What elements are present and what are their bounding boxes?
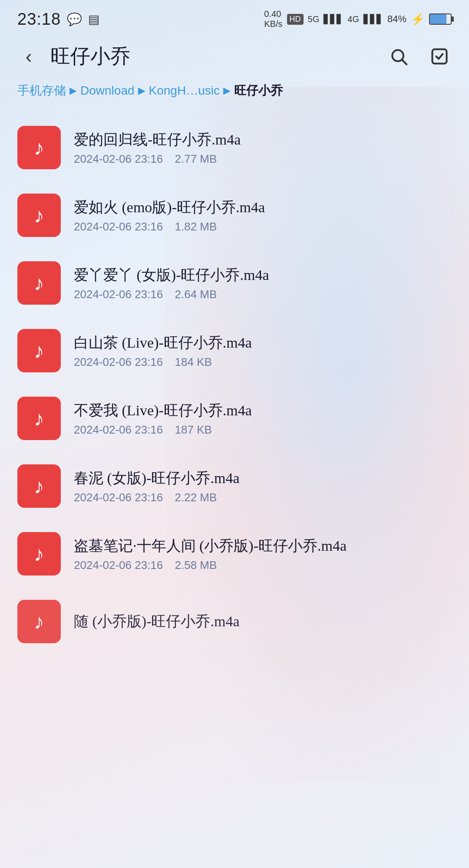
- file-icon-3: ♪: [17, 329, 61, 372]
- list-item[interactable]: ♪ 爱丫爱丫 (女版)-旺仔小乔.m4a 2024-02-06 23:16 2.…: [0, 249, 469, 317]
- file-date-1: 2024-02-06 23:16: [74, 220, 163, 233]
- breadcrumb-phone-storage[interactable]: 手机存储: [17, 82, 66, 99]
- file-icon-0: ♪: [17, 126, 61, 169]
- breadcrumb-sep-2: ▶: [138, 85, 145, 96]
- list-item[interactable]: ♪ 随 (小乔版)-旺仔小乔.m4a: [0, 588, 469, 655]
- signal-bars-2: ▋▋▋: [363, 14, 383, 24]
- file-size-3: 184 KB: [175, 355, 212, 368]
- file-size-5: 2.22 MB: [175, 491, 217, 504]
- file-meta-5: 2024-02-06 23:16 2.22 MB: [74, 491, 452, 504]
- status-bar: 23:18 💬 ▤ 0.40KB/s HD 5G ▋▋▋ 4G ▋▋▋ 84% …: [0, 0, 469, 35]
- file-meta-1: 2024-02-06 23:16 1.82 MB: [74, 220, 452, 233]
- search-icon: [389, 47, 408, 66]
- file-icon-6: ♪: [17, 532, 61, 575]
- file-info-6: 盗墓笔记·十年人间 (小乔版)-旺仔小乔.m4a 2024-02-06 23:1…: [74, 536, 452, 572]
- breadcrumb-sep-1: ▶: [69, 85, 77, 96]
- file-date-3: 2024-02-06 23:16: [74, 355, 163, 368]
- wechat-icon: 💬: [67, 12, 82, 26]
- file-info-0: 爱的回归线-旺仔小乔.m4a 2024-02-06 23:16 2.77 MB: [74, 129, 452, 166]
- file-name-3: 白山茶 (Live)-旺仔小乔.m4a: [74, 332, 452, 353]
- file-info-1: 爱如火 (emo版)-旺仔小乔.m4a 2024-02-06 23:16 1.8…: [74, 197, 452, 234]
- file-name-5: 春泥 (女版)-旺仔小乔.m4a: [74, 468, 452, 489]
- status-right: 0.40KB/s HD 5G ▋▋▋ 4G ▋▋▋ 84% ⚡: [264, 9, 452, 29]
- music-note-icon: ♪: [34, 542, 44, 566]
- status-left: 23:18 💬 ▤: [17, 10, 99, 29]
- breadcrumb-sep-3: ▶: [223, 85, 231, 96]
- file-icon-1: ♪: [17, 194, 61, 237]
- file-date-4: 2024-02-06 23:16: [74, 423, 163, 436]
- file-name-4: 不爱我 (Live)-旺仔小乔.m4a: [74, 400, 452, 421]
- file-info-3: 白山茶 (Live)-旺仔小乔.m4a 2024-02-06 23:16 184…: [74, 332, 452, 369]
- file-date-6: 2024-02-06 23:16: [74, 559, 163, 572]
- file-icon-2: ♪: [17, 261, 61, 305]
- file-meta-6: 2024-02-06 23:16 2.58 MB: [74, 559, 452, 572]
- file-size-4: 187 KB: [175, 423, 212, 436]
- file-info-4: 不爱我 (Live)-旺仔小乔.m4a 2024-02-06 23:16 187…: [74, 400, 452, 437]
- file-name-6: 盗墓笔记·十年人间 (小乔版)-旺仔小乔.m4a: [74, 536, 452, 556]
- file-name-2: 爱丫爱丫 (女版)-旺仔小乔.m4a: [74, 265, 452, 286]
- file-meta-3: 2024-02-06 23:16 184 KB: [74, 355, 452, 369]
- file-info-2: 爱丫爱丫 (女版)-旺仔小乔.m4a 2024-02-06 23:16 2.64…: [74, 265, 452, 302]
- file-size-1: 1.82 MB: [175, 220, 217, 233]
- music-note-icon: ♪: [34, 204, 44, 227]
- file-name-0: 爱的回归线-旺仔小乔.m4a: [74, 129, 452, 150]
- music-note-icon: ♪: [34, 136, 44, 160]
- list-item[interactable]: ♪ 盗墓笔记·十年人间 (小乔版)-旺仔小乔.m4a 2024-02-06 23…: [0, 520, 469, 588]
- svg-line-1: [402, 60, 406, 64]
- file-meta-2: 2024-02-06 23:16 2.64 MB: [74, 288, 452, 301]
- music-note-icon: ♪: [34, 407, 44, 431]
- breadcrumb-kongmusic[interactable]: KongH…usic: [149, 84, 220, 98]
- back-icon: ‹: [26, 46, 32, 67]
- list-item[interactable]: ♪ 白山茶 (Live)-旺仔小乔.m4a 2024-02-06 23:16 1…: [0, 317, 469, 385]
- toolbar: ‹ 旺仔小乔: [0, 35, 469, 78]
- back-button[interactable]: ‹: [16, 43, 42, 69]
- signal-bars: ▋▋▋: [324, 14, 343, 24]
- 5g-badge: 5G: [308, 14, 320, 24]
- list-item[interactable]: ♪ 春泥 (女版)-旺仔小乔.m4a 2024-02-06 23:16 2.22…: [0, 452, 469, 520]
- checklist-button[interactable]: [426, 43, 453, 70]
- status-time: 23:18: [17, 10, 61, 29]
- breadcrumb-download[interactable]: Download: [80, 84, 135, 98]
- file-info-7: 随 (小乔版)-旺仔小乔.m4a: [74, 611, 452, 632]
- file-icon-4: ♪: [17, 397, 61, 440]
- file-size-6: 2.58 MB: [175, 559, 217, 572]
- music-note-icon: ♪: [34, 610, 44, 634]
- file-meta-4: 2024-02-06 23:16 187 KB: [74, 423, 452, 437]
- page-title: 旺仔小乔: [50, 43, 385, 70]
- list-item[interactable]: ♪ 不爱我 (Live)-旺仔小乔.m4a 2024-02-06 23:16 1…: [0, 385, 469, 452]
- file-list: ♪ 爱的回归线-旺仔小乔.m4a 2024-02-06 23:16 2.77 M…: [0, 109, 469, 660]
- toolbar-actions: [385, 43, 453, 70]
- file-size-0: 2.77 MB: [175, 152, 217, 165]
- file-icon-7: ♪: [17, 600, 61, 643]
- file-meta-0: 2024-02-06 23:16 2.77 MB: [74, 152, 452, 166]
- battery-percent: 84%: [387, 13, 406, 25]
- music-note-icon: ♪: [34, 474, 44, 498]
- svg-rect-2: [433, 49, 447, 64]
- file-date-0: 2024-02-06 23:16: [74, 152, 163, 165]
- file-date-5: 2024-02-06 23:16: [74, 491, 163, 504]
- file-info-5: 春泥 (女版)-旺仔小乔.m4a 2024-02-06 23:16 2.22 M…: [74, 468, 452, 505]
- file-name-1: 爱如火 (emo版)-旺仔小乔.m4a: [74, 197, 452, 218]
- file-icon-5: ♪: [17, 464, 61, 508]
- file-size-2: 2.64 MB: [175, 288, 217, 301]
- file-name-7: 随 (小乔版)-旺仔小乔.m4a: [74, 611, 452, 632]
- checklist-icon: [430, 47, 449, 66]
- music-note-icon: ♪: [34, 271, 44, 295]
- list-item[interactable]: ♪ 爱的回归线-旺仔小乔.m4a 2024-02-06 23:16 2.77 M…: [0, 114, 469, 181]
- lightning-icon: ⚡: [411, 13, 425, 26]
- breadcrumb: 手机存储 ▶ Download ▶ KongH…usic ▶ 旺仔小乔: [0, 78, 469, 109]
- battery-icon: [429, 13, 452, 25]
- 4g-badge: 4G: [347, 14, 359, 24]
- music-note-icon: ♪: [34, 339, 44, 363]
- breadcrumb-current: 旺仔小乔: [234, 82, 283, 99]
- network-speed: 0.40KB/s: [264, 9, 282, 29]
- list-item[interactable]: ♪ 爱如火 (emo版)-旺仔小乔.m4a 2024-02-06 23:16 1…: [0, 181, 469, 249]
- search-button[interactable]: [385, 43, 413, 70]
- hd-badge: HD: [287, 14, 304, 25]
- notification-icon: ▤: [88, 12, 99, 26]
- file-date-2: 2024-02-06 23:16: [74, 288, 163, 301]
